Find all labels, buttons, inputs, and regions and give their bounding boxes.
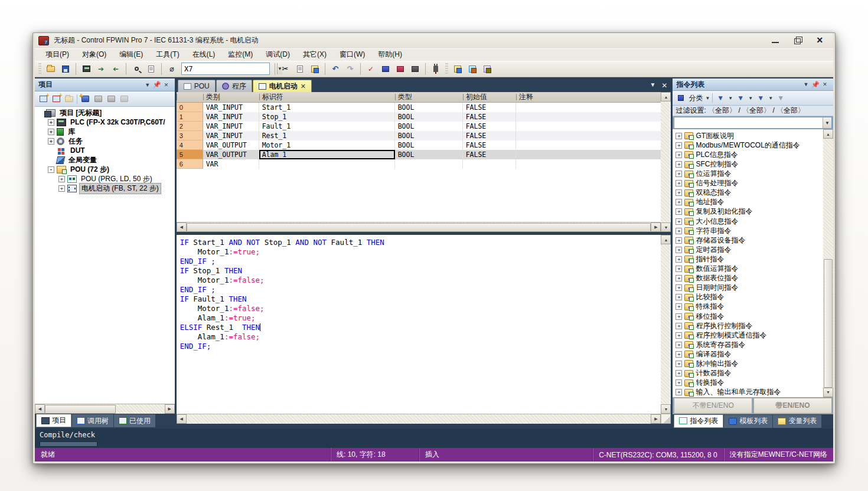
- tree-item[interactable]: +库: [35, 127, 175, 136]
- code-line[interactable]: IF Stop_1 THEN: [180, 266, 661, 276]
- combo-dropdown-icon[interactable]: ▼: [823, 117, 831, 128]
- menu-item[interactable]: 在线(L): [187, 48, 221, 61]
- instruction-category[interactable]: +SFC控制指令: [673, 159, 823, 169]
- cell-comment[interactable]: [516, 150, 661, 159]
- instruction-category[interactable]: +程序执行控制指令: [673, 321, 823, 330]
- filter1-icon[interactable]: ▼: [715, 93, 726, 103]
- add-item-icon[interactable]: [64, 94, 74, 104]
- instruction-category[interactable]: +位运算指令: [673, 169, 823, 179]
- minimize-button[interactable]: [771, 37, 780, 45]
- expand-icon[interactable]: +: [676, 323, 682, 329]
- expand-icon[interactable]: +: [676, 161, 682, 168]
- scroll-left-icon[interactable]: ◀: [35, 404, 45, 414]
- cut-icon[interactable]: ✂: [279, 63, 292, 75]
- instruction-category[interactable]: +指针指令: [673, 254, 823, 264]
- menu-item[interactable]: 监控(M): [222, 48, 259, 61]
- cell-identifier[interactable]: [259, 159, 395, 169]
- code-line[interactable]: ELSIF Rest_1 THEN: [180, 323, 661, 332]
- scroll-up-icon[interactable]: ▲: [661, 92, 671, 102]
- online-mode-icon[interactable]: [429, 63, 442, 75]
- tree-item[interactable]: DUT: [35, 146, 175, 155]
- table-row[interactable]: 3VAR_INPUTRest_1BOOLFALSE: [177, 131, 661, 140]
- column-header[interactable]: 注释: [516, 92, 661, 102]
- menu-item[interactable]: 项目(P): [40, 48, 75, 61]
- category-view-icon[interactable]: [676, 93, 686, 103]
- plc-config-icon[interactable]: [80, 63, 93, 75]
- project-tab[interactable]: 调用树: [72, 414, 113, 427]
- filter3-dropdown-icon[interactable]: ▼: [768, 96, 773, 101]
- expand-icon[interactable]: +: [676, 171, 682, 177]
- compile-pou-icon[interactable]: [379, 63, 392, 75]
- cell-class[interactable]: VAR_INPUT: [203, 103, 259, 112]
- instruction-category[interactable]: +信号处理指令: [673, 179, 823, 188]
- expand-icon[interactable]: +: [48, 129, 54, 135]
- cell-class[interactable]: VAR_INPUT: [203, 122, 259, 131]
- expand-icon[interactable]: +: [676, 208, 682, 215]
- code-line[interactable]: Motor_1:=true;: [180, 247, 661, 257]
- cell-class[interactable]: VAR_INPUT: [203, 112, 259, 122]
- instruction-category[interactable]: +编译器指令: [673, 349, 823, 359]
- print-icon[interactable]: [145, 63, 158, 75]
- instruction-category[interactable]: +数值运算指令: [673, 264, 823, 273]
- filter2-dropdown-icon[interactable]: ▼: [748, 96, 753, 101]
- toolbar-grip[interactable]: [38, 63, 41, 75]
- code-line[interactable]: END_IF ;: [180, 257, 661, 266]
- find-icon[interactable]: ⌀: [165, 63, 178, 75]
- instruction-category[interactable]: +双稳态指令: [673, 188, 823, 198]
- paste-icon[interactable]: [308, 63, 321, 75]
- download-to-plc-icon[interactable]: ➔: [94, 63, 107, 75]
- instruction-category[interactable]: +系统寄存器指令: [673, 340, 823, 349]
- instruction-category[interactable]: +移位指令: [673, 312, 823, 321]
- table-row[interactable]: 6VAR: [177, 159, 661, 169]
- instruction-category[interactable]: +特殊指令: [673, 302, 823, 312]
- row-number[interactable]: 2: [177, 122, 203, 131]
- menu-item[interactable]: 调试(D): [260, 48, 296, 61]
- menu-item[interactable]: 编辑(E): [113, 48, 149, 61]
- address-input[interactable]: [182, 65, 277, 73]
- menu-item[interactable]: 其它(X): [297, 48, 332, 61]
- table-vscrollbar[interactable]: ▲ ▼: [661, 92, 671, 232]
- expand-icon[interactable]: +: [676, 247, 682, 253]
- add-pou-icon[interactable]: [38, 94, 48, 104]
- print-preview-icon[interactable]: [130, 63, 143, 75]
- expand-icon[interactable]: +: [676, 342, 682, 348]
- panel-menu-icon[interactable]: ▼: [801, 80, 811, 89]
- expand-icon[interactable]: +: [676, 275, 682, 281]
- table-row[interactable]: 0VAR_INPUTStart_1BOOLFALSE: [177, 103, 661, 112]
- cell-comment[interactable]: [516, 112, 661, 122]
- filter3-icon[interactable]: ▼: [755, 93, 766, 103]
- instruction-category[interactable]: +脉冲输出指令: [673, 359, 823, 368]
- resize-grip[interactable]: [661, 414, 671, 424]
- instruction-category[interactable]: +字符串指令: [673, 226, 823, 235]
- without-en-eno-button[interactable]: 不带EN/ENO: [674, 398, 752, 414]
- expand-icon[interactable]: +: [676, 199, 682, 205]
- instruction-category[interactable]: +Modbus/MEWTOCOL的通信指令: [673, 140, 823, 150]
- code-check-icon[interactable]: [409, 63, 422, 75]
- cell-class[interactable]: VAR_OUTPUT: [203, 140, 259, 150]
- upload-from-plc-icon[interactable]: ➔: [109, 63, 122, 75]
- expand-icon[interactable]: +: [58, 176, 65, 182]
- cell-comment[interactable]: [516, 103, 661, 112]
- tree-item[interactable]: 项目 [无标题]: [35, 108, 175, 117]
- toolbar-grip-2[interactable]: [445, 63, 448, 75]
- column-header[interactable]: 类别: [203, 92, 259, 102]
- cell-identifier[interactable]: Rest_1: [259, 131, 395, 140]
- cell-identifier[interactable]: Fault_1: [259, 122, 395, 131]
- code-line[interactable]: IF Start_1 AND NOT Stop_1 AND NOT Fault_…: [180, 238, 661, 247]
- cell-type[interactable]: BOOL: [395, 150, 463, 159]
- scroll-left-icon[interactable]: ◀: [177, 222, 187, 232]
- new-task-icon[interactable]: [481, 63, 494, 75]
- menu-item[interactable]: 工具(T): [150, 48, 185, 61]
- cell-comment[interactable]: [516, 131, 661, 140]
- tree-item[interactable]: +电机启动 (FB, ST, 22 步): [35, 184, 175, 193]
- tree-item[interactable]: +任务: [35, 136, 175, 146]
- scroll-up-icon[interactable]: ▲: [823, 129, 833, 139]
- project-hscrollbar[interactable]: ◀ ▶: [35, 404, 175, 414]
- instruction-category[interactable]: +数据表位指令: [673, 274, 823, 283]
- table-row[interactable]: 1VAR_INPUTStop_1BOOLFALSE: [177, 112, 661, 122]
- close-button[interactable]: [815, 37, 825, 45]
- scroll-right-icon[interactable]: ▶: [165, 404, 175, 414]
- cell-initial[interactable]: FALSE: [463, 103, 516, 112]
- copy-icon[interactable]: [293, 63, 306, 75]
- cell-class[interactable]: VAR_INPUT: [203, 131, 259, 140]
